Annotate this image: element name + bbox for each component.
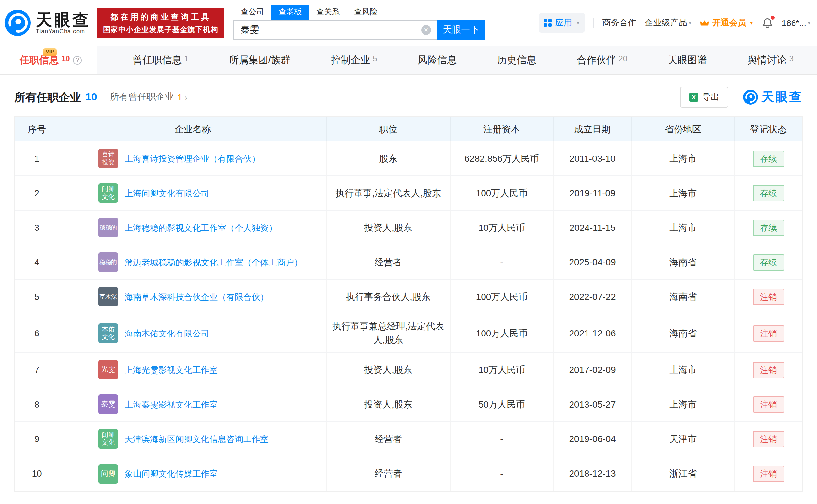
capital-cell: 100万人民币 [451, 176, 554, 210]
table-row: 8 秦雯 上海秦雯影视文化工作室 投资人,股东 50万人民币 2013-05-2… [15, 387, 802, 422]
logo-title: 天眼查 [36, 11, 91, 28]
apps-menu-button[interactable]: 应用 ▾ [539, 13, 585, 33]
company-name-link[interactable]: 上海秦雯影视文化工作室 [125, 398, 218, 410]
tab-position-info[interactable]: VIP 任职信息 10 ? [0, 46, 97, 74]
region-cell: 浙江省 [632, 456, 735, 491]
tab-label: 控制企业 [331, 54, 370, 67]
company-cell: 闻卿 文化 天津滨海新区闻卿文化信息咨询工作室 [59, 422, 327, 456]
notification-bell-icon[interactable] [762, 17, 773, 29]
region-cell: 上海市 [632, 176, 735, 210]
company-name-link[interactable]: 澄迈老城稳稳的影视文化工作室（个体工商户） [125, 256, 303, 268]
position-cell: 执行事务合伙人,股东 [327, 280, 451, 314]
row-index: 4 [15, 245, 59, 279]
company-cell: 喜诗 投资 上海喜诗投资管理企业（有限合伙） [59, 141, 327, 175]
region-cell: 海南省 [632, 314, 735, 352]
tab-group-cluster[interactable]: 所属集团/族群 [224, 46, 296, 74]
export-label: 导出 [702, 91, 719, 103]
status-cell: 存续 [735, 245, 802, 279]
company-name-link[interactable]: 上海问卿文化有限公司 [125, 187, 209, 199]
status-badge: 存续 [753, 219, 784, 236]
tab-former-positions[interactable]: 曾任职信息 1 [127, 46, 194, 74]
search-button[interactable]: 天眼一下 [437, 20, 485, 39]
company-cell: 问卿 文化 上海问卿文化有限公司 [59, 176, 327, 210]
account-phone[interactable]: 186*... ▾ [782, 18, 810, 28]
search-tab-risk[interactable]: 查风险 [347, 4, 385, 20]
company-name-link[interactable]: 上海稳稳的影视文化工作室（个人独资） [125, 221, 277, 234]
nav-business-cooperation[interactable]: 商务合作 [602, 17, 636, 29]
company-name-link[interactable]: 海南木佑文化有限公司 [125, 327, 209, 339]
tab-count: 3 [789, 54, 794, 63]
status-badge: 存续 [753, 254, 784, 270]
capital-cell: - [451, 456, 554, 491]
excel-icon: X [689, 93, 698, 102]
help-icon[interactable]: ? [73, 56, 82, 65]
company-name-link[interactable]: 海南草木深科技合伙企业（有限合伙） [125, 290, 269, 303]
row-index: 3 [15, 211, 59, 245]
table-header: 序号 企业名称 职位 注册资本 成立日期 省份地区 登记状态 [15, 117, 802, 141]
company-logo: 稳稳的 [98, 252, 118, 272]
former-companies-link[interactable]: 所有曾任职企业 1 › [110, 91, 188, 103]
search-input[interactable] [233, 20, 437, 39]
crown-icon [700, 19, 710, 26]
company-name-link[interactable]: 天津滨海新区闻卿文化信息咨询工作室 [125, 433, 269, 445]
nav-open-membership[interactable]: 开通会员 ▾ [700, 17, 753, 29]
capital-cell: - [451, 245, 554, 279]
header-col-capital: 注册资本 [451, 117, 554, 141]
tab-public-opinion[interactable]: 舆情讨论 3 [742, 46, 799, 74]
tab-risk-info[interactable]: 风险信息 [412, 46, 462, 74]
row-index: 5 [15, 280, 59, 314]
status-cell: 注销 [735, 314, 802, 352]
position-cell: 股东 [327, 141, 451, 175]
table-row: 5 草木深 海南草木深科技合伙企业（有限合伙） 执行事务合伙人,股东 100万人… [15, 280, 802, 314]
tianyancha-watermark-label: 天眼查 [762, 89, 803, 106]
company-name-link[interactable]: 上海喜诗投资管理企业（有限合伙） [125, 152, 260, 165]
promo-banner: 都在用的商业查询工具 国家中小企业发展子基金旗下机构 [97, 7, 224, 38]
search-tab-boss[interactable]: 查老板 [271, 4, 309, 20]
tab-count: 5 [373, 54, 377, 63]
capital-cell: 100万人民币 [451, 314, 554, 352]
apps-grid-icon [544, 19, 552, 27]
search-tab-company[interactable]: 查公司 [233, 4, 271, 20]
status-badge: 注销 [753, 362, 784, 378]
clear-search-icon[interactable]: × [421, 25, 431, 35]
company-name-link[interactable]: 象山问卿文化传媒工作室 [125, 467, 218, 480]
search-tab-relation[interactable]: 查关系 [309, 4, 347, 20]
tab-graph[interactable]: 天眼图谱 [662, 46, 712, 74]
status-cell: 注销 [735, 280, 802, 314]
header-col-date: 成立日期 [554, 117, 632, 141]
account-phone-label: 186*... [782, 18, 806, 28]
table-row: 2 问卿 文化 上海问卿文化有限公司 执行董事,法定代表人,股东 100万人民币… [15, 176, 802, 211]
header-col-status: 登记状态 [735, 117, 802, 141]
status-badge: 注销 [753, 466, 784, 482]
company-name-link[interactable]: 上海光雯影视文化工作室 [125, 363, 218, 376]
tab-partners[interactable]: 合作伙伴 20 [572, 46, 632, 74]
profile-tabbar: VIP 任职信息 10 ? 曾任职信息 1 所属集团/族群 控制企业 5 风险信… [0, 46, 817, 75]
header-col-company: 企业名称 [59, 117, 327, 141]
chevron-right-icon: › [184, 92, 187, 103]
companies-table: 序号 企业名称 职位 注册资本 成立日期 省份地区 登记状态 1 喜诗 投资 上… [14, 116, 803, 492]
status-badge: 注销 [753, 396, 784, 412]
table-row: 10 问卿 象山问卿文化传媒工作室 经营者 - 2018-12-13 浙江省 注… [15, 456, 802, 491]
tab-history-info[interactable]: 历史信息 [492, 46, 542, 74]
tab-label: 历史信息 [497, 54, 536, 67]
chevron-down-icon: ▾ [689, 20, 691, 26]
tab-count: 10 [61, 54, 70, 63]
capital-cell: 100万人民币 [451, 280, 554, 314]
section-header: 所有任职企业 10 所有曾任职企业 1 › X 导出 天眼 [0, 75, 817, 116]
status-badge: 注销 [753, 289, 784, 305]
notification-dot [771, 16, 775, 20]
nav-enterprise-products[interactable]: 企业级产品 ▾ [645, 17, 691, 29]
export-button[interactable]: X 导出 [680, 87, 728, 108]
capital-cell: 6282.856万人民币 [451, 141, 554, 175]
nav-enterprise-products-label: 企业级产品 [645, 17, 687, 29]
date-cell: 2017-02-09 [554, 353, 632, 387]
former-companies-count: 1 [177, 92, 183, 102]
position-cell: 投资人,股东 [327, 353, 451, 387]
tianyancha-logo[interactable]: 天眼查 TianYanCha.com [4, 9, 91, 37]
status-cell: 存续 [735, 141, 802, 175]
position-cell: 投资人,股东 [327, 387, 451, 421]
status-cell: 存续 [735, 176, 802, 210]
tab-controlled-companies[interactable]: 控制企业 5 [326, 46, 382, 74]
status-badge: 存续 [753, 150, 784, 167]
tab-count: 20 [618, 54, 627, 63]
